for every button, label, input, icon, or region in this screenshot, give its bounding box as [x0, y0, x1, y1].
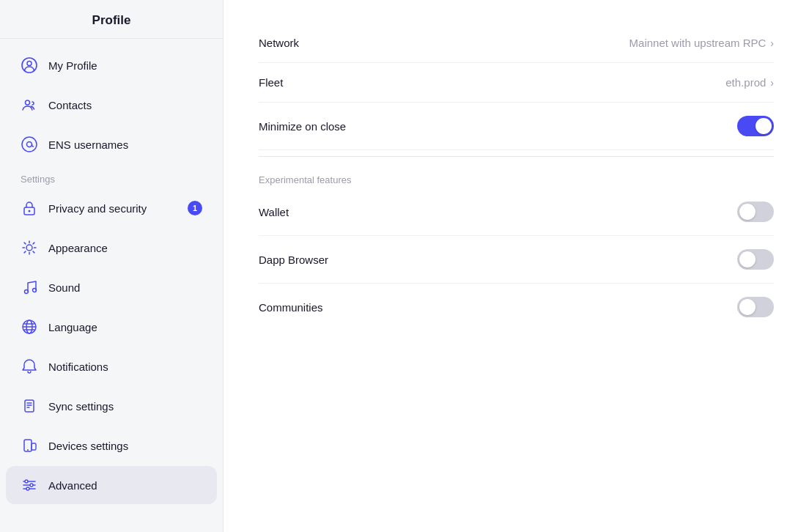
svg-line-13: [33, 251, 34, 253]
communities-toggle[interactable]: [737, 297, 774, 317]
svg-point-4: [27, 142, 32, 147]
section-divider: [259, 156, 774, 157]
sidebar-item-devices-settings[interactable]: Devices settings: [6, 426, 217, 465]
sidebar-item-language[interactable]: Language: [6, 308, 217, 346]
privacy-badge: 1: [188, 201, 202, 215]
at-sign-icon: [21, 136, 38, 153]
sidebar-item-label: Sound: [48, 281, 202, 294]
svg-point-33: [26, 487, 29, 490]
sidebar-item-sync-settings[interactable]: Sync settings: [6, 387, 217, 425]
lock-icon: [21, 199, 38, 217]
network-chevron-icon: ›: [770, 37, 774, 49]
svg-point-17: [33, 289, 37, 292]
svg-point-6: [29, 210, 31, 213]
communities-row: Communities: [259, 284, 774, 330]
bell-icon: [21, 358, 38, 375]
minimize-on-close-toggle[interactable]: [737, 116, 774, 136]
toggle-thumb: [739, 251, 756, 267]
network-value-text: Mainnet with upstream RPC: [629, 37, 766, 49]
sidebar-item-privacy-security[interactable]: Privacy and security 1: [6, 189, 217, 227]
fleet-label: Fleet: [259, 76, 283, 89]
sidebar-item-appearance[interactable]: Appearance: [6, 229, 217, 267]
svg-rect-26: [32, 443, 36, 450]
minimize-on-close-row: Minimize on close: [259, 103, 774, 150]
svg-point-3: [22, 137, 37, 152]
fleet-value-text: eth.prod: [725, 76, 766, 89]
device-icon: [21, 437, 38, 454]
globe-icon: [21, 318, 38, 336]
network-value[interactable]: Mainnet with upstream RPC ›: [629, 37, 774, 49]
dapp-browser-row: Dapp Browser: [259, 236, 774, 284]
settings-group-label: Settings: [0, 165, 223, 188]
svg-rect-21: [25, 400, 34, 412]
sidebar-item-sound[interactable]: Sound: [6, 268, 217, 306]
dapp-browser-toggle[interactable]: [737, 249, 774, 270]
main-content: Network Mainnet with upstream RPC › Flee…: [224, 0, 809, 532]
sidebar-item-advanced[interactable]: Advanced: [6, 466, 217, 504]
sidebar-item-label: Language: [48, 321, 202, 333]
svg-point-27: [27, 449, 29, 451]
communities-label: Communities: [259, 301, 323, 314]
sidebar-item-label: Appearance: [48, 242, 202, 254]
contacts-icon: [21, 96, 38, 114]
sidebar-item-my-profile[interactable]: My Profile: [6, 46, 217, 84]
svg-line-15: [24, 251, 26, 253]
sidebar-item-ens-usernames[interactable]: ENS usernames: [6, 125, 217, 163]
sidebar-item-notifications[interactable]: Notifications: [6, 347, 217, 385]
svg-point-1: [27, 62, 32, 66]
music-note-icon: [21, 278, 38, 296]
wallet-row: Wallet: [259, 188, 774, 236]
sidebar-item-label: Notifications: [48, 361, 202, 373]
experimental-label: Experimental features: [259, 163, 774, 188]
wallet-toggle[interactable]: [737, 202, 774, 222]
svg-line-14: [33, 243, 34, 244]
wallet-label: Wallet: [259, 206, 289, 218]
minimize-on-close-label: Minimize on close: [259, 120, 346, 133]
fleet-value[interactable]: eth.prod ›: [725, 76, 774, 89]
sidebar: Profile My Profile: [0, 0, 224, 532]
network-label: Network: [259, 37, 299, 49]
toggle-thumb: [739, 204, 756, 220]
sun-icon: [21, 239, 38, 256]
sidebar-item-label: Devices settings: [48, 440, 202, 452]
toggle-thumb: [739, 299, 756, 315]
sync-icon: [21, 397, 38, 415]
sliders-icon: [21, 476, 38, 494]
sidebar-item-label: Privacy and security: [48, 202, 188, 215]
svg-point-31: [25, 480, 28, 483]
fleet-row: Fleet eth.prod ›: [259, 63, 774, 103]
sidebar-item-label: Contacts: [48, 99, 202, 111]
svg-point-16: [25, 290, 29, 294]
fleet-chevron-icon: ›: [770, 77, 774, 89]
svg-point-32: [30, 484, 33, 487]
network-row: Network Mainnet with upstream RPC ›: [259, 23, 774, 63]
svg-line-12: [24, 243, 26, 244]
sidebar-item-label: My Profile: [48, 59, 202, 72]
svg-point-7: [26, 245, 32, 251]
sidebar-item-contacts[interactable]: Contacts: [6, 86, 217, 124]
svg-point-2: [26, 100, 30, 105]
sidebar-item-label: Sync settings: [48, 400, 202, 413]
sidebar-nav: My Profile Contacts: [0, 39, 223, 511]
sidebar-title: Profile: [0, 0, 223, 39]
sidebar-item-label: ENS usernames: [48, 138, 202, 151]
toggle-thumb: [756, 118, 772, 134]
dapp-browser-label: Dapp Browser: [259, 254, 328, 266]
user-circle-icon: [21, 56, 38, 74]
sidebar-item-label: Advanced: [48, 479, 202, 492]
